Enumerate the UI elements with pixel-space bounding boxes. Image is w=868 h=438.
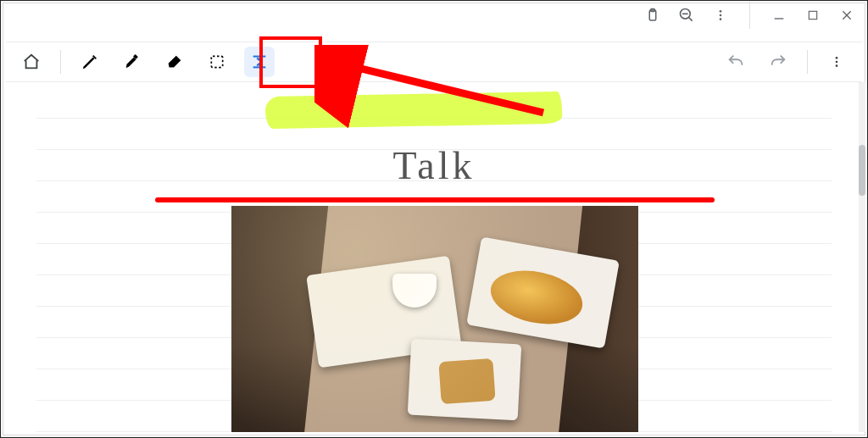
window-controls bbox=[632, 1, 867, 30]
minimize-icon[interactable] bbox=[771, 7, 787, 24]
scrollbar-track bbox=[859, 82, 865, 432]
more-icon[interactable] bbox=[712, 7, 729, 24]
svg-rect-13 bbox=[211, 56, 222, 67]
svg-point-6 bbox=[720, 14, 722, 17]
app-toolbar bbox=[6, 42, 862, 82]
overflow-button[interactable] bbox=[821, 47, 852, 77]
highlighter-tool[interactable] bbox=[117, 47, 147, 77]
svg-point-18 bbox=[836, 64, 838, 67]
home-button[interactable] bbox=[16, 47, 47, 77]
compact-tool[interactable] bbox=[244, 47, 275, 77]
red-underline bbox=[155, 197, 715, 202]
svg-rect-9 bbox=[809, 11, 816, 19]
svg-point-5 bbox=[720, 10, 722, 13]
scrollbar-thumb[interactable] bbox=[859, 145, 865, 196]
pen-tool[interactable] bbox=[75, 47, 105, 77]
close-icon[interactable] bbox=[838, 7, 855, 24]
svg-point-16 bbox=[836, 57, 838, 59]
undo-button[interactable] bbox=[721, 47, 751, 77]
svg-point-17 bbox=[836, 61, 838, 64]
clipboard-icon[interactable] bbox=[644, 7, 661, 24]
note-page[interactable]: Talk bbox=[36, 82, 832, 432]
svg-line-4 bbox=[689, 18, 693, 21]
zoom-out-icon[interactable] bbox=[678, 7, 695, 24]
maximize-icon[interactable] bbox=[804, 7, 821, 24]
redo-button[interactable] bbox=[763, 47, 793, 77]
svg-point-7 bbox=[720, 18, 722, 20]
eraser-tool[interactable] bbox=[159, 47, 190, 77]
select-tool[interactable] bbox=[202, 47, 232, 77]
canvas-area[interactable]: Talk bbox=[6, 82, 862, 432]
inserted-photo[interactable] bbox=[231, 206, 638, 432]
highlight-stroke bbox=[265, 91, 563, 129]
handwritten-text: Talk bbox=[36, 143, 832, 188]
